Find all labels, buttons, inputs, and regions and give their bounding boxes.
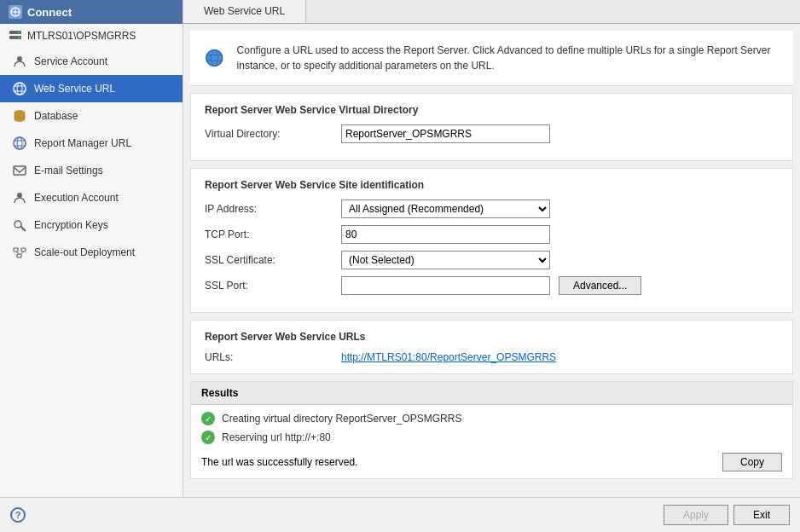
- globe-large-icon: [204, 43, 225, 73]
- service-account-icon: [12, 54, 27, 69]
- advanced-button[interactable]: Advanced...: [559, 276, 641, 295]
- tcp-port-label: TCP Port:: [205, 228, 341, 240]
- success-icon-2: ✓: [201, 431, 215, 444]
- connect-icon: [9, 5, 22, 19]
- url-link[interactable]: http://MTLRS01:80/ReportServer_OPSMGRRS: [341, 351, 556, 363]
- virtual-dir-title: Report Server Web Service Virtual Direct…: [205, 104, 779, 116]
- exit-button[interactable]: Exit: [733, 505, 790, 525]
- virtual-dir-input[interactable]: [341, 124, 550, 143]
- site-id-title: Report Server Web Service Site identific…: [205, 179, 779, 191]
- sidebar-item-scale-out-deployment[interactable]: Scale-out Deployment: [0, 239, 183, 266]
- svg-point-14: [17, 137, 22, 149]
- svg-point-9: [17, 83, 22, 95]
- help-icon[interactable]: ?: [10, 507, 26, 523]
- ip-address-select[interactable]: All Assigned (Recommended): [341, 200, 550, 218]
- sidebar-item-report-manager-url[interactable]: Report Manager URL: [0, 130, 183, 157]
- server-icon: [9, 29, 22, 43]
- server-name-label: MTLRS01\OPSMGRRS: [27, 30, 136, 42]
- sidebar-header-label: Connect: [27, 6, 72, 19]
- ssl-cert-select[interactable]: (Not Selected): [341, 251, 550, 269]
- result-text-2: Reserving url http://+:80: [222, 431, 331, 443]
- sidebar-item-label: Service Account: [34, 55, 107, 67]
- ssl-port-label: SSL Port:: [205, 280, 341, 292]
- tcp-port-row: TCP Port:: [205, 225, 779, 244]
- virtual-dir-label: Virtual Directory:: [205, 128, 341, 140]
- svg-point-7: [17, 56, 22, 61]
- server-name-item[interactable]: MTLRS01\OPSMGRRS: [0, 24, 183, 48]
- virtual-dir-row: Virtual Directory:: [205, 124, 779, 143]
- urls-row: URLs: http://MTLRS01:80/ReportServer_OPS…: [205, 351, 779, 363]
- urls-section: Report Server Web Service URLs URLs: htt…: [190, 320, 793, 374]
- sidebar-item-web-service-url[interactable]: Web Service URL: [0, 75, 183, 102]
- tab-bar: Web Service URL: [183, 0, 800, 24]
- result-item-2: ✓ Reserving url http://+:80: [201, 431, 782, 444]
- svg-point-18: [17, 193, 22, 198]
- sidebar: Connect MTLRS01\OPSMGRRS Service Account…: [0, 0, 183, 497]
- tcp-port-input[interactable]: [341, 225, 550, 244]
- sidebar-item-label: Scale-out Deployment: [34, 246, 135, 258]
- sidebar-item-label: Encryption Keys: [34, 219, 108, 231]
- result-copy-row: The url was successfully reserved. Copy: [201, 449, 782, 471]
- ssl-port-input[interactable]: [341, 276, 550, 295]
- svg-point-13: [14, 137, 26, 149]
- svg-rect-25: [17, 254, 21, 257]
- bottom-bar: ? Apply Exit: [0, 497, 800, 532]
- result-text-1: Creating virtual directory ReportServer_…: [222, 413, 461, 425]
- svg-point-6: [18, 37, 20, 38]
- site-id-section: Report Server Web Service Site identific…: [190, 168, 793, 313]
- sidebar-item-label: Database: [34, 110, 78, 122]
- ssl-cert-label: SSL Certificate:: [205, 254, 341, 266]
- sidebar-item-execution-account[interactable]: Execution Account: [0, 184, 183, 211]
- sidebar-item-label: Execution Account: [34, 192, 119, 204]
- urls-title: Report Server Web Service URLs: [205, 331, 779, 343]
- svg-point-8: [14, 83, 26, 95]
- svg-rect-17: [14, 166, 26, 175]
- virtual-dir-section: Report Server Web Service Virtual Direct…: [190, 93, 793, 161]
- results-section: Results ✓ Creating virtual directory Rep…: [190, 381, 793, 479]
- result-item-1: ✓ Creating virtual directory ReportServe…: [201, 412, 782, 425]
- sidebar-item-label: Report Manager URL: [34, 137, 131, 149]
- sidebar-item-database[interactable]: Database: [0, 102, 183, 130]
- key-icon: [12, 217, 27, 233]
- deploy-icon: [12, 245, 27, 260]
- copy-text: The url was successfully reserved.: [201, 456, 357, 468]
- email-icon: [12, 163, 27, 178]
- ip-address-row: IP Address: All Assigned (Recommended): [205, 200, 779, 218]
- description-text: Configure a URL used to access the Repor…: [237, 43, 780, 73]
- ip-address-label: IP Address:: [205, 203, 341, 215]
- copy-button[interactable]: Copy: [722, 453, 782, 471]
- bottom-left: ?: [10, 507, 26, 523]
- web-service-icon: [12, 81, 27, 96]
- sidebar-item-label: Web Service URL: [34, 83, 115, 95]
- content-area: Web Service URL Configure a URL used to …: [183, 0, 800, 497]
- bottom-right: Apply Exit: [664, 505, 790, 525]
- tab-web-service-url[interactable]: Web Service URL: [183, 0, 306, 23]
- sidebar-item-encryption-keys[interactable]: Encryption Keys: [0, 211, 183, 239]
- results-content: ✓ Creating virtual directory ReportServe…: [191, 405, 792, 478]
- report-manager-icon: [12, 136, 27, 151]
- database-icon: [12, 108, 27, 124]
- apply-button[interactable]: Apply: [664, 505, 728, 525]
- svg-rect-24: [21, 248, 26, 252]
- sidebar-item-label: E-mail Settings: [34, 165, 103, 176]
- sidebar-item-email-settings[interactable]: E-mail Settings: [0, 157, 183, 184]
- ssl-cert-row: SSL Certificate: (Not Selected): [205, 251, 779, 269]
- results-header: Results: [191, 382, 792, 405]
- ssl-port-row: SSL Port: Advanced...: [205, 276, 779, 295]
- svg-rect-23: [14, 248, 18, 252]
- description-area: Configure a URL used to access the Repor…: [190, 31, 793, 86]
- success-icon-1: ✓: [201, 412, 215, 425]
- svg-point-5: [18, 32, 20, 33]
- sidebar-header: Connect: [0, 0, 183, 24]
- sidebar-item-service-account[interactable]: Service Account: [0, 48, 183, 75]
- urls-label: URLs:: [205, 351, 341, 363]
- execution-account-icon: [12, 190, 27, 205]
